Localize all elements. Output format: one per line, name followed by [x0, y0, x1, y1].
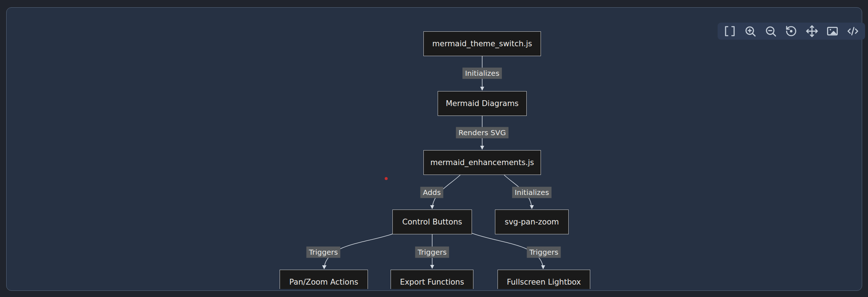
edge-label-triggers-1: Triggers — [306, 247, 340, 258]
move-icon — [806, 25, 818, 38]
export-image-button[interactable] — [825, 24, 840, 39]
diagram-toolbar — [718, 23, 865, 40]
zoom-out-icon — [764, 25, 777, 38]
node-mermaid-theme-switch: mermaid_theme_switch.js — [423, 31, 541, 56]
node-pan-zoom-actions: Pan/Zoom Actions — [280, 270, 368, 289]
edge-label-renders-svg: Renders SVG — [456, 127, 508, 138]
reset-view-button[interactable] — [784, 24, 799, 39]
node-mermaid-enhancements: mermaid_enhancements.js — [423, 150, 541, 175]
node-svg-pan-zoom: svg-pan-zoom — [495, 210, 569, 234]
zoom-out-button[interactable] — [763, 24, 779, 39]
pan-button[interactable] — [804, 24, 819, 39]
reset-view-icon — [785, 25, 798, 38]
fullscreen-icon — [723, 25, 736, 38]
image-icon — [826, 25, 839, 38]
edge-label-initializes-2: Initializes — [512, 187, 552, 198]
fullscreen-button[interactable] — [722, 24, 737, 39]
code-icon — [846, 25, 859, 38]
node-control-buttons: Control Buttons — [392, 210, 472, 234]
edge-label-triggers-3: Triggers — [527, 247, 561, 258]
node-mermaid-diagrams: Mermaid Diagrams — [438, 91, 527, 116]
node-export-functions: Export Functions — [391, 270, 473, 289]
zoom-in-button[interactable] — [742, 24, 758, 39]
edge-label-adds: Adds — [420, 187, 443, 198]
diagram-panel: mermaid_theme_switch.js Mermaid Diagrams… — [6, 7, 862, 291]
node-fullscreen-lightbox: Fullscreen Lightbox — [498, 270, 590, 289]
diagram-canvas[interactable]: mermaid_theme_switch.js Mermaid Diagrams… — [7, 8, 868, 289]
screenshot-stage: mermaid_theme_switch.js Mermaid Diagrams… — [0, 0, 868, 297]
edge-label-triggers-2: Triggers — [415, 247, 449, 258]
red-marker-dot — [385, 177, 388, 180]
zoom-in-icon — [744, 25, 757, 38]
edge-label-initializes-1: Initializes — [462, 68, 502, 79]
view-code-button[interactable] — [845, 24, 861, 39]
